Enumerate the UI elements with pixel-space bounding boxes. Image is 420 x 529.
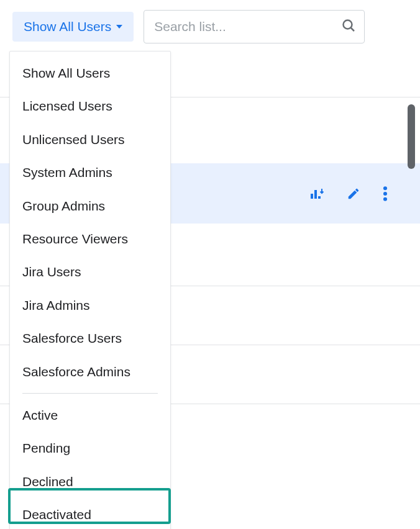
- dropdown-item-licensed-users[interactable]: Licensed Users: [10, 89, 170, 122]
- dropdown-item-active[interactable]: Active: [10, 399, 170, 432]
- dropdown-item-jira-admins[interactable]: Jira Admins: [10, 289, 170, 322]
- svg-rect-4: [318, 196, 321, 199]
- dropdown-item-salesforce-admins[interactable]: Salesforce Admins: [10, 355, 170, 388]
- search-wrapper: [144, 10, 365, 43]
- dropdown-item-unlicensed-users[interactable]: Unlicensed Users: [10, 123, 170, 156]
- dropdown-item-deactivated[interactable]: Deactivated: [10, 498, 170, 529]
- dropdown-item-group-admins[interactable]: Group Admins: [10, 189, 170, 222]
- dropdown-item-show-all-users[interactable]: Show All Users: [10, 57, 170, 89]
- search-icon: [341, 18, 356, 35]
- dropdown-item-pending[interactable]: Pending: [10, 432, 170, 464]
- search-input[interactable]: [144, 10, 365, 43]
- chart-sort-icon[interactable]: [309, 186, 324, 201]
- caret-down-icon: [116, 25, 122, 29]
- vertical-scrollbar[interactable]: [408, 104, 415, 169]
- edit-pencil-icon[interactable]: [347, 187, 360, 201]
- more-options-icon[interactable]: [383, 186, 388, 202]
- dropdown-item-jira-users[interactable]: Jira Users: [10, 255, 170, 288]
- dropdown-item-salesforce-users[interactable]: Salesforce Users: [10, 322, 170, 355]
- filter-dropdown-menu: Show All Users Licensed Users Unlicensed…: [9, 51, 171, 529]
- dropdown-item-system-admins[interactable]: System Admins: [10, 156, 170, 189]
- dropdown-divider: [22, 393, 158, 394]
- svg-point-0: [344, 20, 352, 29]
- svg-line-1: [351, 28, 355, 32]
- top-bar: Show All Users: [0, 0, 420, 53]
- filter-label: Show All Users: [24, 19, 111, 34]
- filter-dropdown-button[interactable]: Show All Users: [12, 12, 134, 42]
- svg-rect-2: [311, 194, 313, 199]
- svg-rect-3: [314, 190, 317, 199]
- svg-point-7: [383, 197, 387, 201]
- svg-point-5: [383, 186, 387, 190]
- svg-point-6: [383, 191, 387, 195]
- dropdown-item-declined[interactable]: Declined: [10, 465, 170, 498]
- dropdown-item-resource-viewers[interactable]: Resource Viewers: [10, 222, 170, 255]
